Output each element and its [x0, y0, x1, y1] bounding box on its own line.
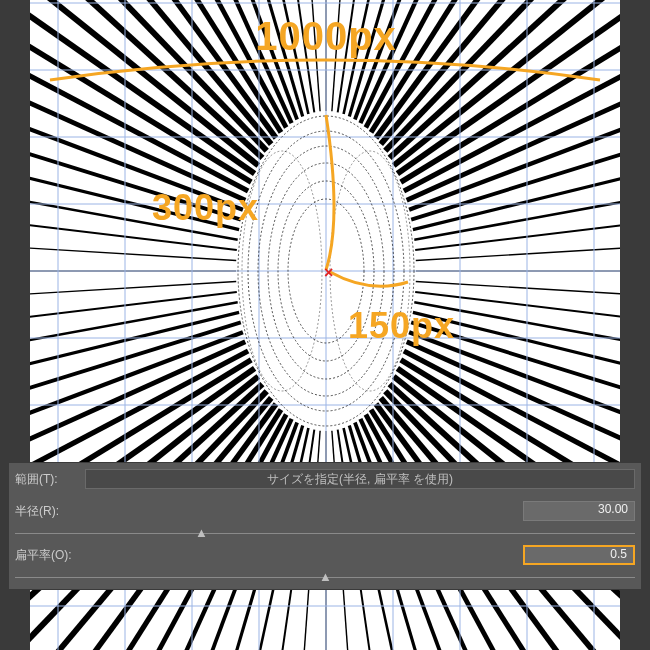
top-arc	[50, 60, 600, 80]
radius-label: 半径(R):	[15, 503, 79, 520]
range-mode-dropdown[interactable]: サイズを指定(半径, 扁平率 を使用)	[85, 469, 635, 489]
app-viewport: 1000px 300px 150px × 範囲(T): サイズを指定(半径, 扁…	[0, 0, 650, 650]
radius-input[interactable]: 30.00	[523, 501, 635, 521]
radius-slider[interactable]: ▲	[15, 525, 635, 539]
settings-panel: 範囲(T): サイズを指定(半径, 扁平率 を使用) 半径(R): 30.00 …	[8, 462, 642, 590]
oblate-row: 扁平率(O): 0.5	[15, 543, 635, 567]
radius-row: 半径(R): 30.00	[15, 499, 635, 523]
label-1000px: 1000px	[255, 14, 397, 58]
range-label: 範囲(T):	[15, 471, 79, 488]
oblate-label: 扁平率(O):	[15, 547, 79, 564]
label-150px: 150px	[348, 305, 455, 346]
vertical-curve	[326, 115, 334, 270]
slider-thumb-icon[interactable]: ▲	[319, 571, 331, 583]
oblate-slider[interactable]: ▲	[15, 569, 635, 583]
slider-thumb-icon[interactable]: ▲	[195, 527, 207, 539]
small-arc	[330, 272, 408, 286]
range-row: 範囲(T): サイズを指定(半径, 扁平率 を使用)	[15, 467, 635, 491]
oblate-input[interactable]: 0.5	[523, 545, 635, 565]
label-300px: 300px	[152, 187, 259, 228]
